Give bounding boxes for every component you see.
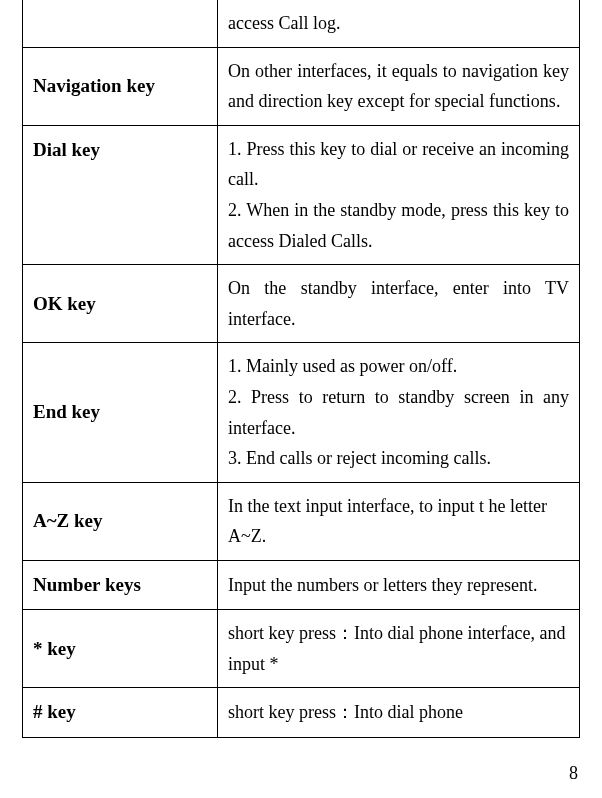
table-row: # key short key press：Into dial phone (23, 688, 580, 737)
key-label-cell: * key (23, 610, 218, 688)
key-label-cell (23, 0, 218, 47)
key-desc-cell: 1. Press this key to dial or receive an … (218, 125, 580, 264)
key-label-cell: End key (23, 343, 218, 482)
key-desc-cell: Input the numbers or letters they repres… (218, 560, 580, 609)
table-row: OK key On the standby interface, enter i… (23, 265, 580, 343)
key-desc-cell: short key press：Into dial phone interfac… (218, 610, 580, 688)
key-desc-cell: 1. Mainly used as power on/off.2. Press … (218, 343, 580, 482)
key-label-cell: Navigation key (23, 47, 218, 125)
key-desc-cell: In the text input interface, to input t … (218, 482, 580, 560)
key-desc-cell: short key press：Into dial phone (218, 688, 580, 737)
page-content: access Call log. Navigation key On other… (0, 0, 602, 738)
page-number: 8 (569, 763, 578, 784)
key-label-cell: # key (23, 688, 218, 737)
table-row: Navigation key On other interfaces, it e… (23, 47, 580, 125)
key-desc-cell: On the standby interface, enter into TV … (218, 265, 580, 343)
key-label-cell: Dial key (23, 125, 218, 264)
key-label-cell: Number keys (23, 560, 218, 609)
key-desc-cell: access Call log. (218, 0, 580, 47)
table-row: Number keys Input the numbers or letters… (23, 560, 580, 609)
key-label-cell: A~Z key (23, 482, 218, 560)
table-row: * key short key press：Into dial phone in… (23, 610, 580, 688)
key-desc-cell: On other interfaces, it equals to naviga… (218, 47, 580, 125)
table-row: A~Z key In the text input interface, to … (23, 482, 580, 560)
key-functions-table: access Call log. Navigation key On other… (22, 0, 580, 738)
key-label-cell: OK key (23, 265, 218, 343)
table-row: Dial key 1. Press this key to dial or re… (23, 125, 580, 264)
table-row: End key 1. Mainly used as power on/off.2… (23, 343, 580, 482)
table-row: access Call log. (23, 0, 580, 47)
